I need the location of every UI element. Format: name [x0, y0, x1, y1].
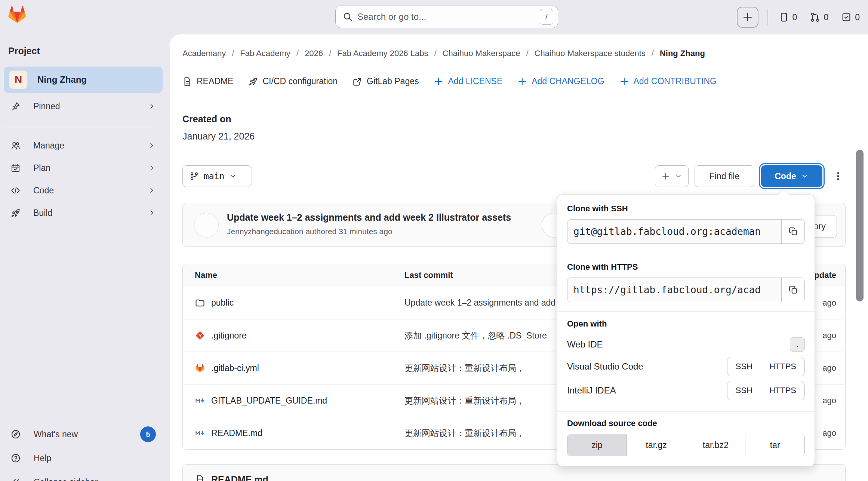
code-brackets-icon [10, 186, 21, 196]
rocket-icon [10, 208, 21, 218]
search-placeholder: Search or go to... [357, 12, 535, 22]
find-file-button[interactable]: Find file [695, 165, 754, 187]
todos-counter[interactable]: 0 [841, 12, 860, 22]
open-intellij-row: IntelliJ IDEA SSH HTTPS [567, 379, 805, 402]
quick-link-label: Add CONTRIBUTING [634, 76, 717, 86]
web-ide-shortcut-key: . [790, 337, 805, 352]
clone-ssh-input[interactable] [567, 220, 781, 243]
collapse-sidebar-icon [10, 477, 21, 481]
add-contributing-link[interactable]: Add CONTRIBUTING [619, 76, 717, 86]
plus-icon [434, 77, 443, 86]
gitlab-logo-icon[interactable] [7, 4, 28, 25]
markdown-icon [195, 395, 205, 406]
chevron-down-icon [801, 172, 809, 180]
sidebar-item-help[interactable]: Help [4, 447, 163, 469]
plus-icon [619, 77, 629, 86]
file-name[interactable]: GITLAB_UPDATE_GUIDE.md [211, 396, 327, 406]
topbar-divider [767, 9, 768, 25]
external-link-icon [353, 77, 362, 86]
file-name[interactable]: public [211, 298, 234, 308]
plus-icon [742, 12, 753, 23]
sidebar-item-collapse[interactable]: Collapse sidebar [4, 471, 163, 481]
created-on-label: Created on [182, 114, 231, 125]
project-avatar: N [9, 70, 28, 89]
breadcrumb-item[interactable]: Chaihuo Makerspace students [535, 49, 646, 58]
download-targz-button[interactable]: tar.gz [627, 434, 686, 456]
code-dropdown: Clone with SSH Clone with HTTPS Open wit… [557, 194, 815, 466]
repo-toolbar: main Find file Code [182, 165, 846, 187]
download-tarbz2-button[interactable]: tar.bz2 [686, 434, 745, 456]
todos-count: 0 [855, 12, 860, 22]
download-zip-button[interactable]: zip [567, 434, 627, 456]
calendar-icon [10, 163, 21, 173]
breadcrumb-current: Ning Zhang [660, 49, 705, 58]
sidebar-item-build[interactable]: Build [4, 202, 163, 224]
help-icon [10, 453, 21, 463]
breadcrumb-separator: / [329, 49, 331, 58]
pin-icon [10, 101, 21, 111]
download-section: Download source code zip tar.gz tar.bz2 … [557, 412, 815, 466]
breadcrumb-item[interactable]: Chaihuo Makerspace [443, 49, 520, 58]
quick-link-label: Add CHANGELOG [532, 76, 604, 86]
file-name[interactable]: README.md [211, 428, 262, 438]
search-input[interactable]: Search or go to... / [335, 6, 558, 28]
cicd-configuration-link[interactable]: CI/CD configuration [248, 76, 338, 86]
readme-section-title[interactable]: README.md [211, 474, 268, 481]
intellij-https-button[interactable]: HTTPS [761, 381, 804, 400]
whats-new-badge: 5 [140, 426, 156, 442]
open-web-ide-row[interactable]: Web IDE . [567, 334, 805, 355]
sidebar-item-code[interactable]: Code [4, 179, 163, 202]
add-file-dropdown[interactable] [655, 165, 689, 187]
sidebar-item-label: Code [33, 186, 135, 196]
clone-https-section: Clone with HTTPS [557, 253, 815, 312]
file-name[interactable]: .gitignore [211, 331, 247, 341]
readme-section: README.md [182, 464, 846, 481]
sidebar-item-pinned[interactable]: Pinned [4, 95, 163, 117]
readme-link[interactable]: README [182, 76, 233, 86]
issues-counter[interactable]: 0 [779, 12, 797, 22]
branch-selector[interactable]: main [182, 165, 252, 187]
sidebar-item-label: Build [33, 208, 135, 218]
add-license-link[interactable]: Add LICENSE [434, 76, 502, 86]
ellipsis-vertical-icon [833, 171, 843, 181]
breadcrumb-separator: / [296, 49, 299, 58]
add-changelog-link[interactable]: Add CHANGELOG [517, 76, 604, 86]
chevron-down-icon [675, 172, 682, 180]
file-name[interactable]: .gitlab-ci.yml [211, 363, 259, 373]
vscode-https-button[interactable]: HTTPS [761, 357, 804, 376]
breadcrumb-item[interactable]: Academany [182, 49, 226, 58]
clone-https-input[interactable] [567, 278, 781, 302]
folder-icon [195, 298, 205, 308]
intellij-ssh-button[interactable]: SSH [727, 381, 761, 400]
download-tar-button[interactable]: tar [745, 434, 804, 456]
gitlab-pages-link[interactable]: GitLab Pages [353, 76, 419, 86]
sidebar-item-label: Pinned [33, 101, 135, 111]
breadcrumb-item[interactable]: Fab Academy [240, 49, 290, 58]
sidebar-item-whats-new[interactable]: What's new 5 [4, 423, 163, 445]
todo-check-icon [841, 12, 852, 22]
commit-title[interactable]: Update week 1–2 assignments and add week… [227, 212, 511, 223]
git-icon [195, 330, 205, 341]
branch-name: main [204, 171, 224, 181]
vscode-ssh-button[interactable]: SSH [727, 357, 761, 376]
open-with-label: Open with [567, 319, 805, 329]
commit-author-avatar [194, 213, 219, 238]
copy-https-button[interactable] [781, 278, 804, 302]
sidebar-project-item[interactable]: N Ning Zhang [4, 67, 163, 93]
code-button[interactable]: Code [761, 165, 822, 187]
branch-icon [190, 171, 199, 181]
create-new-button[interactable] [737, 7, 758, 28]
breadcrumb-separator: / [652, 49, 654, 58]
sidebar-item-label: Plan [33, 163, 135, 173]
breadcrumb-item[interactable]: 2026 [305, 49, 323, 58]
breadcrumb-item[interactable]: Fab Academy 2026 Labs [337, 49, 428, 58]
sidebar-item-manage[interactable]: Manage [4, 134, 163, 157]
open-vscode-row: Visual Studio Code SSH HTTPS [567, 355, 805, 379]
more-actions-button[interactable] [831, 165, 846, 187]
copy-ssh-button[interactable] [781, 220, 804, 243]
merge-requests-counter[interactable]: 0 [810, 12, 828, 22]
sidebar-item-plan[interactable]: Plan [4, 157, 163, 179]
scrollbar-thumb[interactable] [856, 150, 864, 301]
intellij-label: IntelliJ IDEA [567, 385, 616, 396]
vscode-label: Visual Studio Code [567, 361, 643, 372]
